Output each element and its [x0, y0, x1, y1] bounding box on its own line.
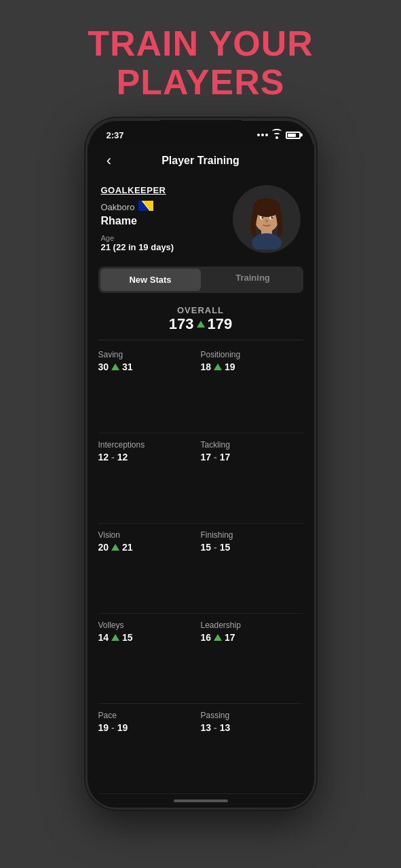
overall-section: OVERALL 173 179	[88, 298, 314, 337]
stat-arrow-up-icon	[214, 634, 222, 641]
stat-old-value: 14	[98, 632, 109, 643]
arrow-up-icon	[197, 321, 205, 328]
stat-arrow-up-icon	[111, 544, 119, 551]
stat-name: Vision	[98, 530, 201, 540]
nav-title: Player Training	[161, 155, 240, 167]
country-flag-icon	[138, 201, 153, 214]
signal-dots-icon	[257, 134, 268, 136]
headline-line2: PLAYERS	[88, 63, 313, 102]
stat-old-value: 20	[98, 542, 109, 553]
tab-training[interactable]: Training	[203, 267, 303, 293]
overall-new: 179	[208, 315, 233, 333]
stat-new-value: 12	[117, 452, 128, 462]
stat-old-value: 18	[201, 361, 212, 372]
stat-name: Interceptions	[98, 440, 201, 450]
phone-shell: 2:37 ‹ Player Training GOALKEE	[85, 118, 316, 810]
stat-name: Pace	[98, 711, 201, 720]
stat-name: Saving	[98, 350, 201, 359]
stat-cell: Volleys1415	[98, 614, 201, 704]
stat-values: 1819	[201, 361, 303, 372]
age-label: Age	[101, 234, 233, 242]
battery-icon	[286, 132, 301, 139]
nav-bar: ‹ Player Training	[88, 144, 314, 177]
stat-cell: Vision2021	[98, 524, 201, 614]
stat-values: 2021	[98, 542, 201, 553]
stat-new-value: 17	[220, 452, 231, 462]
svg-point-11	[265, 220, 268, 223]
overall-value: 173 179	[88, 315, 314, 333]
stat-old-value: 16	[201, 632, 212, 643]
stat-values: 1415	[98, 632, 201, 643]
stat-new-value: 17	[225, 632, 235, 643]
headline-line1: TRAIN YOUR	[88, 24, 313, 63]
player-info: GOALKEEPER Oakboro Rhame Age 21 (22 in 1…	[101, 185, 233, 252]
stat-old-value: 19	[98, 722, 109, 733]
stat-name: Volleys	[98, 620, 201, 630]
svg-point-10	[271, 217, 273, 220]
notch	[160, 120, 242, 135]
stat-name: Positioning	[201, 350, 303, 359]
stat-cell: Tackling17 - 17	[201, 433, 303, 524]
stat-values: 12 - 12	[98, 452, 201, 462]
stat-cell: Interceptions12 - 12	[98, 433, 201, 524]
stat-arrow-up-icon	[111, 363, 119, 370]
stat-name: Finishing	[201, 530, 303, 540]
home-bar	[174, 800, 228, 802]
stat-cell: Leadership1617	[201, 614, 303, 704]
stat-cell: Pace19 - 19	[98, 704, 201, 794]
stat-name: Passing	[201, 711, 303, 720]
stat-new-value: 31	[122, 361, 133, 372]
stat-new-value: 13	[220, 722, 231, 733]
stat-dash: -	[214, 452, 217, 462]
player-section: GOALKEEPER Oakboro Rhame Age 21 (22 in 1…	[88, 177, 314, 261]
stats-grid: Saving3031Positioning1819Interceptions12…	[88, 343, 314, 794]
club-name: Oakboro	[101, 202, 135, 212]
status-time: 2:37	[101, 130, 124, 140]
stat-name: Tackling	[201, 440, 303, 450]
overall-old: 173	[169, 315, 194, 333]
stat-arrow-up-icon	[111, 634, 119, 641]
stat-new-value: 21	[122, 542, 133, 553]
player-club-row: Oakboro	[101, 201, 233, 214]
player-position: GOALKEEPER	[101, 185, 233, 195]
player-avatar	[233, 185, 301, 253]
stat-dash: -	[111, 452, 115, 462]
back-button[interactable]: ‹	[98, 150, 120, 172]
stat-old-value: 12	[98, 452, 109, 462]
svg-point-9	[261, 217, 264, 220]
screen: ‹ Player Training GOALKEEPER Oakboro	[88, 144, 314, 808]
divider	[98, 340, 303, 340]
stat-new-value: 15	[220, 542, 231, 553]
stat-name: Leadership	[201, 620, 303, 630]
stat-old-value: 13	[201, 722, 212, 733]
stat-cell: Positioning1819	[201, 343, 303, 433]
stat-new-value: 19	[117, 722, 128, 733]
tab-switcher[interactable]: New Stats Training	[98, 267, 303, 293]
home-indicator	[88, 794, 314, 808]
stat-dash: -	[214, 542, 217, 553]
status-icons	[257, 131, 301, 139]
stat-values: 13 - 13	[201, 722, 303, 733]
stat-new-value: 15	[122, 632, 133, 643]
stat-new-value: 19	[225, 361, 235, 372]
headline: TRAIN YOUR PLAYERS	[88, 24, 313, 102]
stat-old-value: 17	[201, 452, 212, 462]
stat-cell: Saving3031	[98, 343, 201, 433]
stat-values: 17 - 17	[201, 452, 303, 462]
stat-values: 19 - 19	[98, 722, 201, 733]
svg-point-13	[254, 199, 280, 212]
stat-dash: -	[214, 722, 217, 733]
stat-cell: Finishing15 - 15	[201, 524, 303, 614]
stat-old-value: 30	[98, 361, 109, 372]
stat-dash: -	[111, 722, 115, 733]
stat-cell: Passing13 - 13	[201, 704, 303, 794]
stat-values: 1617	[201, 632, 303, 643]
stat-values: 15 - 15	[201, 542, 303, 553]
overall-label: OVERALL	[88, 305, 314, 315]
player-name: Rhame	[101, 215, 233, 227]
wifi-icon	[271, 131, 282, 139]
stat-values: 3031	[98, 361, 201, 372]
age-value: 21 (22 in 19 days)	[101, 242, 233, 252]
stat-old-value: 15	[201, 542, 212, 553]
tab-new-stats[interactable]: New Stats	[100, 269, 201, 291]
